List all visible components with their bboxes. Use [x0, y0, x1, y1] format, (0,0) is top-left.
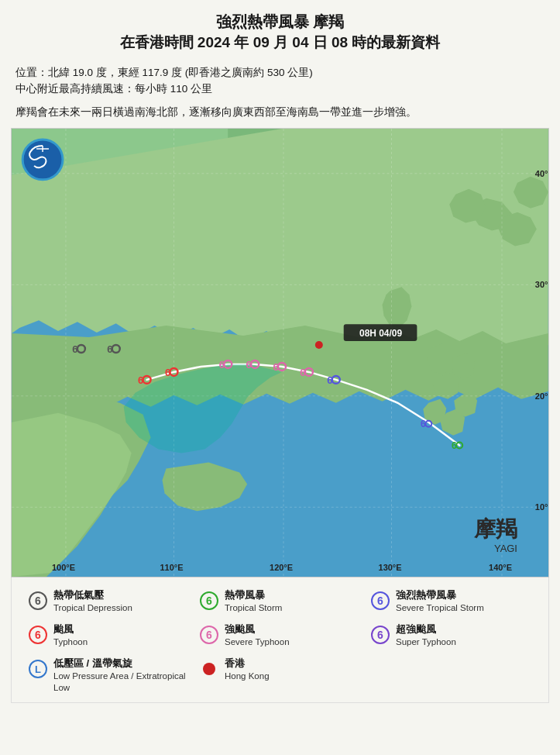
- svg-text:摩羯: 摩羯: [473, 517, 517, 542]
- position-line: 位置：北緯 19.0 度，東經 117.9 度 (即香港之廣南約 530 公里): [15, 64, 545, 81]
- svg-text:40°N: 40°N: [535, 169, 548, 178]
- svg-text:6: 6: [107, 343, 112, 355]
- depression-icon: 6: [27, 590, 49, 612]
- title-sub: 在香港時間 2024 年 09 月 04 日 08 時的最新資料: [15, 33, 545, 53]
- svg-text:110°E: 110°E: [160, 563, 184, 572]
- description-block: 摩羯會在未來一兩日橫過南海北部，逐漸移向廣東西部至海南島一帶並進一步增強。: [0, 99, 560, 129]
- svg-text:120°E: 120°E: [270, 563, 293, 572]
- svg-text:YAGI: YAGI: [494, 543, 517, 554]
- legend-item-low-pressure: L 低壓區 / 溫帶氣旋 Low Pressure Area / Extratr…: [23, 655, 194, 696]
- svg-text:6: 6: [377, 595, 383, 607]
- legend-item-super-typhoon: 6 超強颱風 Super Typhoon: [366, 621, 537, 650]
- svg-text:6: 6: [421, 419, 426, 429]
- hong-kong-icon: [198, 658, 220, 680]
- legend-item-storm: 6 熱帶風暴 Tropical Storm: [194, 587, 366, 616]
- svg-text:6: 6: [206, 629, 212, 641]
- legend-item-hong-kong: 香港 Hong Kong: [194, 655, 366, 696]
- typhoon-icon: 6: [27, 624, 49, 646]
- svg-point-61: [203, 663, 215, 675]
- svg-text:6: 6: [273, 361, 278, 373]
- svg-text:6: 6: [327, 374, 332, 386]
- severe-storm-icon: 6: [369, 590, 391, 612]
- svg-text:08H 04/09: 08H 04/09: [359, 328, 402, 339]
- wind-speed-line: 中心附近最高持續風速：每小時 110 公里: [15, 81, 545, 98]
- legend-item-depression: 6 熱帶低氣壓 Tropical Depression: [23, 587, 194, 616]
- svg-text:6: 6: [138, 374, 143, 386]
- svg-text:6: 6: [300, 367, 305, 378]
- legend: 6 熱帶低氣壓 Tropical Depression 6 熱帶風暴 Tropi…: [11, 577, 549, 702]
- title-main: 強烈熱帶風暴 摩羯: [15, 11, 545, 33]
- svg-text:6: 6: [72, 343, 77, 355]
- svg-text:6: 6: [452, 440, 457, 451]
- storm-icon: 6: [198, 590, 220, 612]
- svg-text:30°N: 30°N: [535, 281, 548, 290]
- svg-text:140°E: 140°E: [489, 563, 512, 572]
- svg-text:100°E: 100°E: [52, 563, 75, 572]
- svg-text:L: L: [35, 664, 41, 675]
- legend-spacer: [366, 655, 537, 696]
- map-container: 40°N 30°N 20°N 10°N 100°E 110°E 120°E 13…: [11, 128, 549, 577]
- svg-text:6: 6: [206, 595, 212, 607]
- legend-item-severe-storm: 6 強烈熱帶風暴 Severe Tropical Storm: [366, 587, 537, 616]
- svg-text:6: 6: [377, 629, 383, 641]
- map-svg: 40°N 30°N 20°N 10°N 100°E 110°E 120°E 13…: [12, 129, 548, 577]
- severe-typhoon-icon: 6: [198, 624, 220, 646]
- description-text: 摩羯會在未來一兩日橫過南海北部，逐漸移向廣東西部至海南島一帶並進一步增強。: [15, 104, 545, 121]
- legend-item-typhoon: 6 颱風 Typhoon: [23, 621, 194, 650]
- svg-text:10°N: 10°N: [535, 503, 548, 512]
- svg-text:6: 6: [35, 595, 41, 607]
- header: 強烈熱帶風暴 摩羯 在香港時間 2024 年 09 月 04 日 08 時的最新…: [0, 0, 560, 60]
- svg-text:6: 6: [165, 367, 170, 378]
- super-typhoon-icon: 6: [369, 624, 391, 646]
- low-pressure-icon: L: [27, 658, 49, 680]
- svg-text:130°E: 130°E: [379, 563, 402, 572]
- svg-text:6: 6: [246, 359, 252, 371]
- info-block: 位置：北緯 19.0 度，東經 117.9 度 (即香港之廣南約 530 公里)…: [0, 60, 560, 99]
- svg-text:6: 6: [219, 359, 225, 371]
- svg-text:6: 6: [35, 629, 41, 641]
- legend-item-severe-typhoon: 6 強颱風 Severe Typhoon: [194, 621, 366, 650]
- svg-text:20°N: 20°N: [535, 391, 548, 401]
- svg-point-41: [315, 341, 323, 349]
